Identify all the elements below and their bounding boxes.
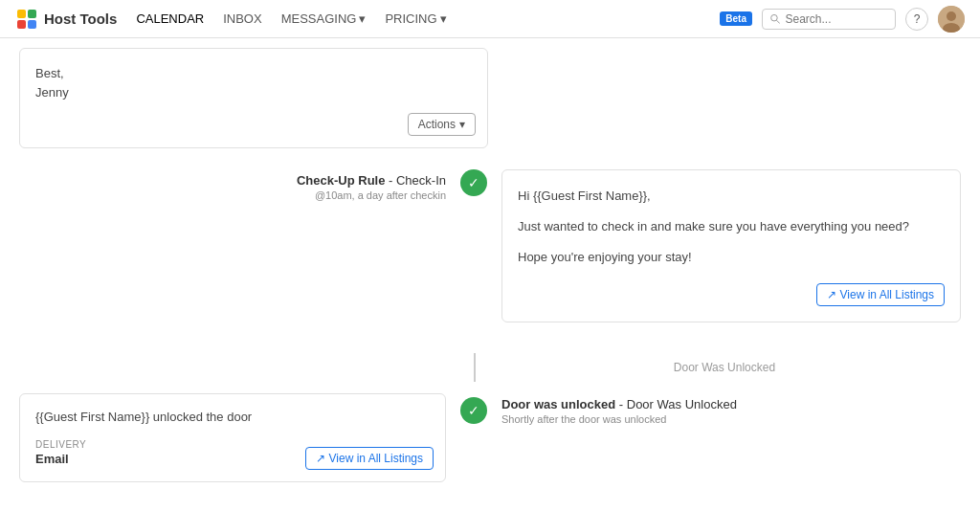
door-doc-card-text: {{Guest First Name}} unlocked the door [35, 410, 430, 424]
checkin-rule-title: Check-Up Rule - Check-In [19, 173, 446, 188]
door-unlocked-section: {{Guest First Name}} unlocked the door D… [0, 393, 980, 482]
chevron-down-icon: ▾ [459, 118, 465, 131]
svg-rect-3 [28, 20, 36, 29]
door-timeline-connector: ✓ [459, 393, 488, 424]
checkin-check-icon: ✓ [460, 169, 487, 196]
door-rule-subtitle: Shortly after the door was unlocked [501, 413, 961, 425]
checkin-preview-text: Hi {{Guest First Name}}, Just wanted to … [518, 186, 945, 268]
door-rule-title: Door was unlocked - Door Was Unlocked [501, 397, 961, 411]
beta-badge: Beta [720, 11, 752, 26]
checkin-view-btn-container: ↗ View in All Listings [518, 283, 945, 306]
checkin-rule-label: Check-Up Rule - Check-In @10am, a day af… [19, 169, 459, 201]
search-icon [770, 13, 780, 25]
nav-inbox[interactable]: INBOX [223, 11, 261, 26]
search-input[interactable] [785, 12, 887, 26]
door-doc-card: {{Guest First Name}} unlocked the door D… [19, 393, 446, 482]
door-rule-label: Door was unlocked - Door Was Unlocked Sh… [488, 393, 961, 425]
divider-label-container: Door Was Unlocked [488, 351, 961, 384]
top-left: Best, Jenny Actions ▾ [19, 48, 488, 160]
avatar[interactable] [938, 6, 965, 33]
svg-line-5 [777, 20, 780, 23]
vertical-line-top [474, 353, 476, 382]
divider-left-spacer [19, 353, 488, 382]
checkin-preview-card: Hi {{Guest First Name}}, Just wanted to … [501, 169, 961, 322]
avatar-image [938, 6, 965, 33]
checkin-view-all-listings-button[interactable]: ↗ View in All Listings [816, 283, 946, 306]
logo[interactable]: Host Tools [15, 8, 117, 31]
door-doc-card-container: {{Guest First Name}} unlocked the door D… [19, 393, 459, 482]
svg-point-4 [771, 14, 778, 21]
logo-text: Host Tools [44, 11, 117, 27]
checkin-rule-subtitle: @10am, a day after checkin [19, 189, 446, 201]
top-section: Best, Jenny Actions ▾ [0, 48, 980, 169]
svg-rect-2 [17, 20, 26, 29]
external-link-icon: ↗ [316, 452, 325, 465]
checkin-message-preview: Hi {{Guest First Name}}, Just wanted to … [488, 169, 961, 338]
nav-calendar[interactable]: CALENDAR [136, 11, 204, 26]
message-text: Best, Jenny [35, 64, 472, 101]
svg-point-7 [947, 11, 956, 21]
nav-messaging[interactable]: MESSAGING ▾ [281, 11, 367, 26]
top-right-empty [488, 48, 961, 160]
checkin-rule-section: Check-Up Rule - Check-In @10am, a day af… [0, 169, 980, 338]
search-box[interactable] [762, 9, 896, 30]
door-check-icon: ✓ [460, 397, 487, 424]
nav-pricing[interactable]: PRICING ▾ [385, 11, 446, 26]
door-view-all-listings-button[interactable]: ↗ View in All Listings [305, 447, 434, 470]
navbar: Host Tools CALENDAR INBOX MESSAGING ▾ PR… [0, 0, 980, 38]
message-card: Best, Jenny Actions ▾ [19, 48, 488, 148]
checkin-timeline-connector: ✓ [459, 169, 488, 196]
actions-button[interactable]: Actions ▾ [408, 113, 476, 136]
navbar-right: Beta ? [720, 6, 965, 33]
divider-row: Door Was Unlocked [0, 338, 980, 393]
svg-rect-1 [28, 10, 36, 18]
external-link-icon: ↗ [827, 288, 836, 301]
chevron-down-icon: ▾ [440, 11, 447, 26]
divider-label: Door Was Unlocked [488, 351, 961, 384]
nav-links: CALENDAR INBOX MESSAGING ▾ PRICING ▾ [136, 11, 701, 26]
door-view-btn-container: ↗ View in All Listings [305, 447, 434, 470]
chevron-down-icon: ▾ [359, 11, 366, 26]
svg-rect-0 [17, 10, 26, 18]
logo-icon [15, 8, 38, 31]
page-body: Best, Jenny Actions ▾ Check-Up Rule - Ch… [0, 38, 980, 482]
help-button[interactable]: ? [905, 8, 928, 31]
